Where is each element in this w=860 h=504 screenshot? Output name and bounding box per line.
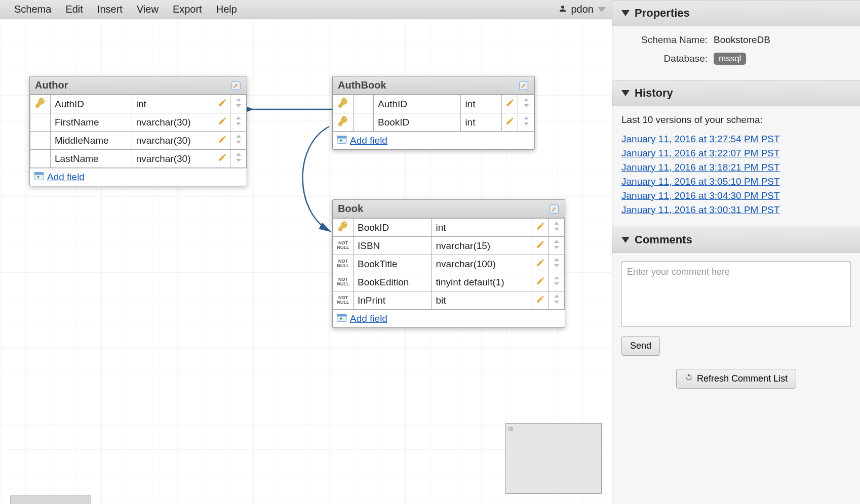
edit-field-icon[interactable] <box>218 99 227 109</box>
svg-rect-6 <box>337 136 346 139</box>
comment-input[interactable] <box>621 261 851 327</box>
edit-field-icon[interactable] <box>536 277 545 287</box>
table-title: AuthBook <box>338 79 386 91</box>
edit-field-icon[interactable] <box>505 99 515 109</box>
table-header-book[interactable]: Book <box>333 200 565 218</box>
field-name: BookEdition <box>354 273 432 291</box>
menu-export[interactable]: Export <box>173 4 202 15</box>
chevron-down-icon <box>621 90 630 96</box>
footer-tab[interactable] <box>10 495 91 504</box>
table-row[interactable]: NOTNULL BookTitle nvarchar(100) <box>333 255 565 273</box>
section-comments-header[interactable]: Comments <box>612 227 860 253</box>
history-link[interactable]: January 11, 2016 at 3:22:07 PM PST <box>621 148 851 159</box>
add-field-button[interactable]: Add field <box>333 310 565 327</box>
refresh-comments-button[interactable]: Refresh Comment List <box>676 369 796 389</box>
edit-field-icon[interactable] <box>536 295 545 306</box>
field-type: nvarchar(30) <box>132 113 214 132</box>
table-row[interactable]: AuthID int <box>30 95 247 113</box>
table-header-author[interactable]: Author <box>30 76 247 95</box>
reorder-icon[interactable] <box>236 153 242 164</box>
table-header-authbook[interactable]: AuthBook <box>333 76 534 95</box>
chevron-down-icon <box>621 10 630 16</box>
field-name: AuthID <box>374 95 461 113</box>
reorder-icon[interactable] <box>554 240 560 251</box>
table-row[interactable]: NOTNULL BookEdition tinyint default(1) <box>333 273 565 291</box>
table-row[interactable]: NOTNULL InPrint bit <box>333 291 565 310</box>
field-list: BookID int NOTNULL ISBN nvarchar(15) NOT… <box>333 218 565 310</box>
add-field-icon <box>34 172 44 183</box>
table-row[interactable]: MiddleName nvarchar(30) <box>30 132 247 150</box>
table-title: Author <box>35 79 68 91</box>
reorder-icon[interactable] <box>236 135 242 146</box>
primary-key-icon <box>338 100 349 110</box>
edit-field-icon[interactable] <box>505 117 515 128</box>
reorder-icon[interactable] <box>236 98 242 110</box>
add-field-label: Add field <box>350 313 387 324</box>
section-properties-header[interactable]: Properties <box>612 0 860 26</box>
primary-key-icon <box>338 118 349 129</box>
edit-field-icon[interactable] <box>536 240 545 251</box>
notnull-icon: NOTNULL <box>337 259 349 268</box>
field-name: BookTitle <box>354 255 432 273</box>
table-row[interactable]: LastName nvarchar(30) <box>30 150 247 168</box>
edit-field-icon[interactable] <box>218 117 227 128</box>
section-history-header[interactable]: History <box>612 80 860 106</box>
table-row[interactable]: BookID int <box>333 219 565 237</box>
section-history-body: Last 10 versions of your schema: January… <box>612 106 860 227</box>
reorder-icon[interactable] <box>236 116 242 128</box>
field-name: FirstName <box>51 113 132 132</box>
edit-field-icon[interactable] <box>536 222 545 233</box>
send-button[interactable]: Send <box>621 336 660 356</box>
field-name: AuthID <box>51 95 132 113</box>
notnull-icon: NOTNULL <box>337 277 349 286</box>
field-type: nvarchar(30) <box>132 132 214 150</box>
notnull-icon: NOTNULL <box>337 241 349 250</box>
schema-canvas[interactable]: Author AuthID int FirstName nvarchar(30) <box>0 19 612 504</box>
reorder-icon[interactable] <box>554 295 560 306</box>
history-link[interactable]: January 11, 2016 at 3:04:30 PM PST <box>621 190 851 201</box>
reorder-icon[interactable] <box>523 116 529 128</box>
menu-insert[interactable]: Insert <box>97 4 123 15</box>
section-title: Properties <box>635 7 690 20</box>
dropdown-icon <box>598 7 606 12</box>
history-link[interactable]: January 11, 2016 at 3:27:54 PM PST <box>621 134 851 145</box>
user-menu[interactable]: pdon <box>558 4 606 15</box>
menu-view[interactable]: View <box>137 4 159 15</box>
reorder-icon[interactable] <box>554 276 560 288</box>
edit-field-icon[interactable] <box>218 153 227 164</box>
section-title: History <box>635 87 673 100</box>
table-row[interactable]: BookID int <box>333 113 534 132</box>
menu-help[interactable]: Help <box>216 4 237 15</box>
menu-edit[interactable]: Edit <box>65 4 83 15</box>
svg-rect-9 <box>337 314 346 317</box>
add-field-button[interactable]: Add field <box>333 132 534 149</box>
table-row[interactable]: NOTNULL ISBN nvarchar(15) <box>333 237 565 255</box>
history-link[interactable]: January 11, 2016 at 3:00:31 PM PST <box>621 204 851 216</box>
edit-field-icon[interactable] <box>218 135 227 146</box>
table-author[interactable]: Author AuthID int FirstName nvarchar(30) <box>29 76 247 186</box>
table-authbook[interactable]: AuthBook AuthID int BookID int <box>332 76 535 150</box>
user-icon <box>558 4 567 15</box>
database-value[interactable]: mssql <box>714 53 746 65</box>
section-properties-body: Schema Name: BookstoreDB Database: mssql <box>612 26 860 80</box>
table-row[interactable]: AuthID int <box>333 95 534 113</box>
history-link[interactable]: January 11, 2016 at 3:05:10 PM PST <box>621 176 851 187</box>
add-field-button[interactable]: Add field <box>30 168 247 186</box>
section-title: Comments <box>635 233 692 246</box>
menu-schema[interactable]: Schema <box>14 4 51 15</box>
table-book[interactable]: Book BookID int NOTNULL ISBN nvarchar(15… <box>332 199 565 328</box>
reorder-icon[interactable] <box>554 222 560 233</box>
refresh-label: Refresh Comment List <box>697 373 788 384</box>
edit-table-icon[interactable] <box>230 80 242 91</box>
minimap[interactable]: ▯▯ <box>505 423 602 494</box>
reorder-icon[interactable] <box>554 258 560 270</box>
table-row[interactable]: FirstName nvarchar(30) <box>30 113 247 132</box>
notnull-icon: NOTNULL <box>337 296 349 305</box>
edit-table-icon[interactable] <box>518 80 529 91</box>
reorder-icon[interactable] <box>523 98 529 110</box>
field-type: bit <box>432 291 532 310</box>
history-link[interactable]: January 11, 2016 at 3:18:21 PM PST <box>621 162 851 173</box>
schema-name-label: Schema Name: <box>621 34 708 46</box>
edit-table-icon[interactable] <box>549 203 560 215</box>
edit-field-icon[interactable] <box>536 259 545 269</box>
